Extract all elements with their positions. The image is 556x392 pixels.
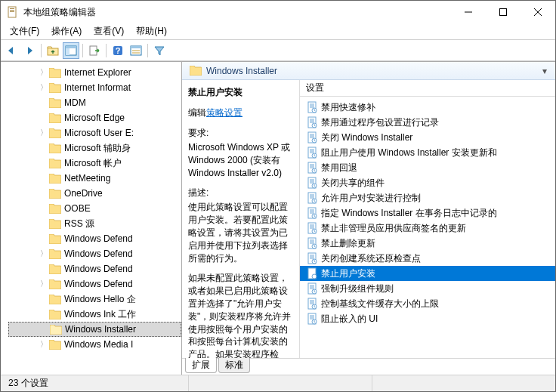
policy-icon bbox=[306, 192, 318, 204]
list-item[interactable]: 禁用回退 bbox=[300, 160, 555, 175]
list-item[interactable]: 禁用通过程序包设置进行记录 bbox=[300, 115, 555, 130]
tab-extended[interactable]: 扩展 bbox=[185, 358, 217, 373]
back-button[interactable] bbox=[3, 42, 20, 59]
tree-item[interactable]: 〉Microsoft 帐户 bbox=[8, 156, 181, 171]
export-list-button[interactable] bbox=[86, 42, 103, 59]
tree-item[interactable]: 〉Windows Defend bbox=[8, 231, 181, 246]
menu-file[interactable]: 文件(F) bbox=[4, 23, 45, 39]
tree-item[interactable]: 〉OneDrive bbox=[8, 186, 181, 201]
tree-item[interactable]: 〉Microsoft User E: bbox=[8, 125, 181, 140]
list-item-label: 强制升级组件规则 bbox=[321, 282, 394, 295]
list-item[interactable]: 指定 Windows Installer 在事务日志中记录的 bbox=[300, 205, 555, 221]
minimize-button[interactable] bbox=[451, 1, 486, 23]
tree-item[interactable]: 〉Windows Media I bbox=[8, 337, 181, 352]
detail-header: Windows Installer ▾ bbox=[182, 62, 555, 80]
folder-icon bbox=[50, 325, 62, 335]
menu-bar: 文件(F) 操作(A) 查看(V) 帮助(H) bbox=[1, 23, 555, 40]
list-item-label: 允许用户对安装进行控制 bbox=[321, 192, 421, 205]
tree-item-label: Windows Hello 企 bbox=[64, 293, 136, 306]
detail-close-icon[interactable]: ▾ bbox=[539, 65, 551, 77]
tree-item-label: OOBE bbox=[64, 203, 91, 214]
policy-icon bbox=[306, 282, 318, 295]
tree-item[interactable]: 〉Windows Defend bbox=[8, 276, 181, 292]
list-item-label: 关闭 Windows Installer bbox=[321, 131, 412, 144]
tree-item[interactable]: 〉Microsoft 辅助身 bbox=[8, 140, 181, 156]
chevron-right-icon[interactable]: 〉 bbox=[39, 82, 49, 93]
edit-policy-link[interactable]: 策略设置 bbox=[206, 107, 242, 118]
tree-item[interactable]: 〉Microsoft Edge bbox=[8, 110, 181, 125]
list-item[interactable]: 阻止用户使用 Windows Installer 安装更新和 bbox=[300, 145, 555, 160]
up-level-button[interactable] bbox=[45, 42, 61, 59]
menu-view[interactable]: 查看(V) bbox=[88, 23, 130, 39]
list-item[interactable]: 关闭 Windows Installer bbox=[300, 130, 555, 145]
folder-icon bbox=[49, 264, 61, 274]
tree-item-label: NetMeeting bbox=[64, 173, 110, 184]
chevron-right-icon[interactable]: 〉 bbox=[39, 339, 49, 350]
tree-item-label: Microsoft 辅助身 bbox=[64, 142, 131, 155]
list-item[interactable]: 禁止非管理员应用供应商签名的更新 bbox=[300, 221, 555, 236]
policy-icon bbox=[306, 131, 318, 144]
list-item[interactable]: 控制基线文件缓存大小的上限 bbox=[300, 296, 555, 311]
detail-header-title: Windows Installer bbox=[206, 66, 539, 76]
list-item-label: 关闭共享的组件 bbox=[321, 177, 385, 190]
tree-item[interactable]: 〉OOBE bbox=[8, 201, 181, 216]
show-hide-tree-button[interactable] bbox=[63, 42, 79, 59]
list-item-label: 禁用通过程序包设置进行记录 bbox=[321, 116, 439, 129]
folder-icon bbox=[49, 144, 61, 153]
tree-item-label: Microsoft Edge bbox=[64, 113, 125, 123]
tree-item[interactable]: 〉Windows Hello 企 bbox=[8, 292, 181, 307]
tree-item[interactable]: 〉MDM bbox=[8, 95, 181, 110]
tree-item[interactable]: 〉Windows Defend bbox=[8, 261, 181, 276]
tree-item[interactable]: 〉Windows Ink 工作 bbox=[8, 307, 181, 322]
list-item-label: 禁止非管理员应用供应商签名的更新 bbox=[321, 222, 466, 235]
edit-policy-line: 编辑策略设置 bbox=[188, 106, 293, 119]
settings-list[interactable]: 禁用快速修补禁用通过程序包设置进行记录关闭 Windows Installer阻… bbox=[300, 97, 555, 358]
tree-item[interactable]: 〉Internet Explorer bbox=[8, 65, 181, 80]
separator-icon bbox=[106, 44, 107, 57]
tree-item-label: Windows Media I bbox=[64, 339, 133, 350]
list-item[interactable]: 禁止用户安装 bbox=[300, 266, 555, 281]
policy-icon bbox=[306, 252, 318, 264]
chevron-right-icon[interactable]: 〉 bbox=[39, 248, 49, 259]
list-item-label: 禁止用户安装 bbox=[321, 267, 375, 280]
tree-item[interactable]: 〉Windows Defend bbox=[8, 246, 181, 261]
maximize-button[interactable] bbox=[486, 1, 520, 23]
options-button[interactable] bbox=[128, 42, 144, 59]
chevron-right-icon[interactable]: 〉 bbox=[39, 67, 49, 78]
chevron-right-icon[interactable]: 〉 bbox=[39, 128, 49, 138]
chevron-right-icon[interactable]: 〉 bbox=[39, 279, 49, 289]
list-item-label: 禁用回退 bbox=[321, 162, 357, 174]
list-item[interactable]: 禁止删除更新 bbox=[300, 236, 555, 251]
settings-column-header[interactable]: 设置 bbox=[300, 80, 555, 97]
policy-icon bbox=[306, 267, 318, 279]
svg-rect-5 bbox=[500, 9, 507, 16]
tree-scroll[interactable]: 〉Internet Explorer〉Internet Informat〉MDM… bbox=[8, 62, 181, 375]
window-controls bbox=[451, 1, 555, 23]
menu-help[interactable]: 帮助(H) bbox=[130, 23, 173, 39]
tree-item[interactable]: 〉Windows Installer bbox=[8, 322, 181, 337]
close-button[interactable] bbox=[520, 1, 555, 23]
list-item[interactable]: 关闭共享的组件 bbox=[300, 175, 555, 190]
toolbar: ? bbox=[1, 40, 555, 61]
folder-icon bbox=[49, 249, 61, 259]
list-item[interactable]: 阻止嵌入的 UI bbox=[300, 311, 555, 326]
tree-item[interactable]: 〉Internet Informat bbox=[8, 80, 181, 95]
list-item-label: 控制基线文件缓存大小的上限 bbox=[321, 298, 439, 310]
status-empty-1 bbox=[189, 375, 372, 391]
list-item[interactable]: 关闭创建系统还原检查点 bbox=[300, 251, 555, 266]
list-item[interactable]: 强制升级组件规则 bbox=[300, 281, 555, 296]
filter-button[interactable] bbox=[151, 42, 168, 59]
svg-rect-2 bbox=[10, 10, 14, 11]
svg-rect-11 bbox=[66, 48, 70, 55]
help-button[interactable]: ? bbox=[110, 42, 126, 59]
tree-item[interactable]: 〉RSS 源 bbox=[8, 216, 181, 231]
tab-standard[interactable]: 标准 bbox=[218, 358, 250, 373]
requirements-label: 要求: bbox=[188, 127, 293, 140]
list-item[interactable]: 允许用户对安装进行控制 bbox=[300, 190, 555, 205]
description-text-2: 如果未配置此策略设置，或者如果已启用此策略设置并选择了"允许用户安装"，则安装程… bbox=[188, 272, 293, 358]
list-item[interactable]: 禁用快速修补 bbox=[300, 100, 555, 115]
tree-item[interactable]: 〉NetMeeting bbox=[8, 171, 181, 186]
forward-button[interactable] bbox=[21, 42, 38, 59]
menu-action[interactable]: 操作(A) bbox=[45, 23, 88, 39]
status-empty-2 bbox=[372, 375, 555, 391]
